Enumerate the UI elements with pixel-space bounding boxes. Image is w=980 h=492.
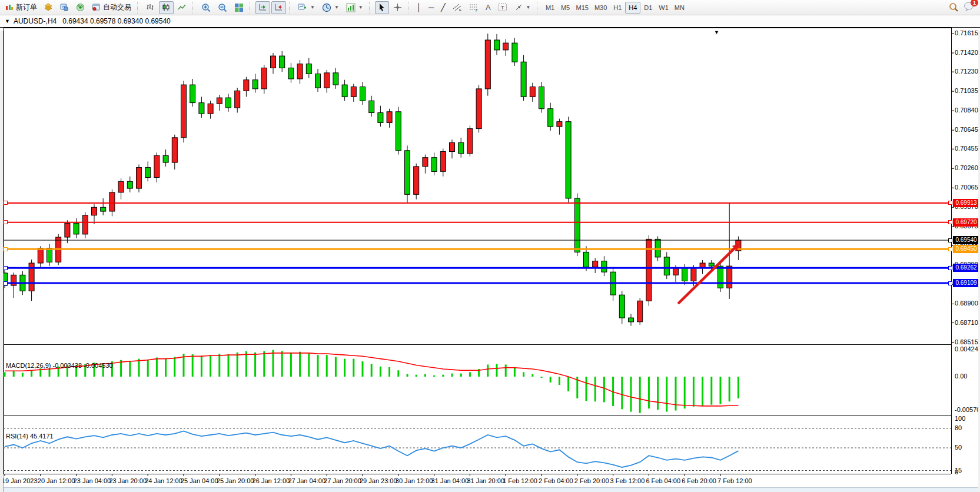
- periods-button[interactable]: ▼: [319, 1, 342, 14]
- line-anchor-square[interactable]: [4, 201, 8, 205]
- time-axis-label: 29 Jan 23:00: [360, 477, 397, 484]
- equidistant-channel-icon: E: [453, 3, 462, 12]
- arrows-tool-button[interactable]: ▼: [511, 1, 534, 14]
- time-axis-label: 31 Jan 04:00: [431, 477, 469, 484]
- line-price-box: 0.69262: [953, 264, 979, 272]
- mt4-window: 新订单 自动交易: [0, 0, 980, 492]
- price-tick-label: 0.71615: [955, 29, 979, 36]
- zoom-out-icon: [218, 3, 227, 12]
- timeframe-mn-button[interactable]: MN: [672, 2, 687, 14]
- search-icon[interactable]: [949, 2, 959, 12]
- new-order-button[interactable]: 新订单: [2, 1, 40, 14]
- chart-symbol-period: AUDUSD-,H4: [14, 17, 57, 25]
- line-price-box: 0.69720: [953, 218, 979, 227]
- clock-icon: [322, 3, 331, 12]
- zoom-out-button[interactable]: [215, 1, 230, 14]
- line-anchor-square[interactable]: [948, 201, 952, 205]
- fibonacci-tool-button[interactable]: F: [466, 1, 481, 14]
- trendline-tool-button[interactable]: ╱: [438, 1, 449, 14]
- text-label-icon: T: [498, 3, 507, 12]
- auto-scroll-icon: [258, 3, 267, 12]
- timeframe-m5-button[interactable]: M5: [558, 2, 573, 14]
- price-tick-label: 0.70065: [955, 184, 979, 191]
- text-tool-button[interactable]: A: [483, 1, 494, 14]
- market-watch-button[interactable]: [41, 1, 56, 14]
- time-axis-label: 7 Feb 12:00: [717, 477, 752, 484]
- chart-menu-icon[interactable]: ▼: [5, 18, 10, 24]
- macd-tick-label: 0.004243: [955, 345, 979, 353]
- timeframe-h4-button[interactable]: H4: [625, 2, 640, 14]
- chart-titlebar[interactable]: ▼ AUDUSD-,H4 0.69434 0.69578 0.69340 0.6…: [0, 15, 980, 28]
- line-chart-mode-button[interactable]: [175, 1, 190, 14]
- dropdown-caret-icon: ▼: [334, 5, 339, 10]
- new-chart-icon: [298, 3, 307, 12]
- price-tick-label: 0.70645: [955, 126, 979, 133]
- toolbar-separator: [369, 2, 372, 14]
- strategy-tester-icon: [60, 3, 69, 12]
- new-order-icon: [5, 4, 14, 12]
- label-tool-button[interactable]: T: [495, 1, 510, 14]
- timeframe-d1-button[interactable]: D1: [640, 2, 656, 14]
- chart-window: ▼ AUDUSD-,H4 0.69434 0.69578 0.69340 0.6…: [0, 15, 980, 488]
- line-anchor-square[interactable]: [4, 266, 8, 270]
- time-axis-label: 2 Feb 20:00: [574, 477, 609, 484]
- timeframe-w1-button[interactable]: W1: [656, 2, 672, 14]
- timeframe-m15-button[interactable]: M15: [573, 2, 592, 14]
- line-anchor-square[interactable]: [948, 281, 952, 285]
- line-anchor-square[interactable]: [4, 247, 8, 251]
- auto-scroll-button[interactable]: [255, 1, 270, 14]
- vertical-line-icon: │: [417, 4, 421, 11]
- chart-shift-button[interactable]: [271, 1, 286, 14]
- chart-plot-area[interactable]: MACD(12,26,9) -0.003438 -0.004530 RSI(14…: [0, 28, 980, 488]
- line-price-box: 0.69540: [953, 236, 979, 244]
- chat-button[interactable]: 1: [964, 2, 974, 13]
- chart-shift-marker[interactable]: ▼: [714, 29, 719, 35]
- fibonacci-icon: F: [469, 3, 479, 12]
- channel-tool-button[interactable]: E: [450, 1, 465, 14]
- cursor-tool-button[interactable]: [375, 1, 389, 14]
- svg-text:T: T: [501, 5, 504, 11]
- rsi-tick-label: 50: [955, 444, 979, 451]
- line-anchor-square[interactable]: [948, 220, 952, 224]
- chart-shift-icon: [274, 3, 283, 12]
- timeframe-toolbar: M1M5M15M30H1H4D1W1MN: [543, 2, 687, 14]
- window-left-border: [0, 31, 4, 492]
- time-axis-label: 25 Jan 20:00: [217, 477, 254, 484]
- timeframe-m30-button[interactable]: M30: [592, 2, 610, 14]
- time-axis-label: 30 Jan 12:00: [396, 477, 433, 484]
- line-anchor-square[interactable]: [948, 247, 952, 251]
- svg-text:E: E: [459, 8, 461, 12]
- signals-icon: [76, 3, 85, 12]
- price-tick-label: 0.70260: [955, 164, 979, 171]
- signals-button[interactable]: [73, 1, 88, 14]
- crosshair-tool-button[interactable]: [390, 1, 405, 14]
- vertical-line-tool-button[interactable]: │: [414, 1, 424, 14]
- bar-chart-mode-button[interactable]: [143, 1, 158, 14]
- chart-canvas[interactable]: [0, 28, 980, 488]
- time-axis-label: 6 Feb 20:00: [682, 477, 716, 484]
- time-axis-label: 27 Jan 20:00: [324, 477, 361, 484]
- dropdown-caret-icon: ▼: [310, 5, 315, 10]
- autotrading-button[interactable]: 自动交易: [89, 1, 134, 14]
- timeframe-m1-button[interactable]: M1: [543, 2, 558, 14]
- candle-chart-mode-button[interactable]: [159, 1, 174, 14]
- main-toolbar: 新订单 自动交易: [0, 0, 980, 15]
- price-tick-label: 0.71035: [955, 87, 979, 94]
- indicators-icon: [346, 3, 356, 12]
- price-tick-label: 0.70455: [955, 145, 979, 152]
- price-tick-label: 0.68710: [955, 319, 979, 326]
- toolbar-separator: [137, 2, 140, 14]
- zoom-in-button[interactable]: [198, 1, 214, 14]
- line-anchor-square[interactable]: [948, 238, 952, 242]
- line-anchor-square[interactable]: [4, 281, 8, 285]
- horizontal-line-tool-button[interactable]: ─: [426, 1, 437, 14]
- chart-ohlc-values: 0.69434 0.69578 0.69340 0.69540: [62, 17, 171, 25]
- indicators-button[interactable]: ▼: [343, 1, 366, 14]
- line-anchor-square[interactable]: [948, 266, 952, 270]
- tile-windows-button[interactable]: [231, 1, 247, 14]
- line-chart-icon: [178, 3, 187, 12]
- strategy-tester-button[interactable]: [57, 1, 72, 14]
- new-chart-button[interactable]: ▼: [295, 1, 318, 14]
- line-anchor-square[interactable]: [4, 220, 8, 224]
- timeframe-h1-button[interactable]: H1: [610, 2, 625, 14]
